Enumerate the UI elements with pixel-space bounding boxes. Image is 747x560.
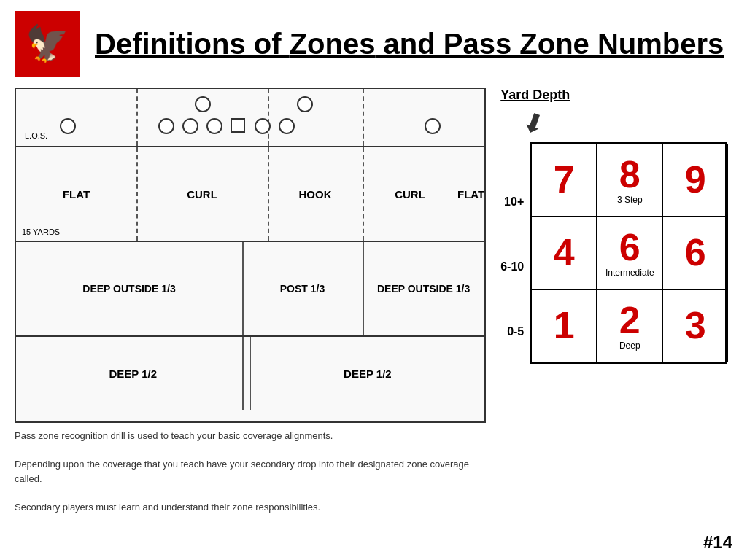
- zone-curl-right: CURL: [363, 147, 457, 241]
- zone-deep-half-right: DEEP 1/2: [251, 337, 485, 410]
- eagle-icon: 🦅: [26, 26, 69, 61]
- zone-post: POST 1/3: [242, 242, 363, 335]
- field-section: L.O.S.: [15, 88, 486, 553]
- player: [158, 118, 174, 137]
- los-label: L.O.S.: [25, 131, 47, 140]
- yard-label-10plus: 10+: [500, 170, 524, 235]
- player: [182, 118, 198, 137]
- middle-zone: FLAT CURL HOOK CURL FLAT 15 YARDS: [16, 147, 484, 242]
- down-arrow-icon: ⬇: [518, 106, 549, 142]
- page-title: Definitions of Zones and Pass Zone Numbe…: [95, 28, 724, 61]
- zone-cell-2-deep: 2 Deep: [597, 289, 662, 362]
- player: [60, 118, 76, 137]
- zone-curl-left: CURL: [136, 147, 268, 241]
- player: [297, 96, 313, 115]
- zone-table-wrapper: 10+ 6-10 0-5 7 8 3 Step 9: [500, 142, 732, 364]
- player: [425, 118, 441, 137]
- zone-deep-half-left: DEEP 1/2: [16, 337, 251, 410]
- zone-deep-outside-right: DEEP OUTSIDE 1/3: [363, 242, 484, 335]
- yard-label-6-10: 6-10: [500, 235, 524, 300]
- zone-cell-7: 7: [531, 144, 597, 217]
- yards-label: 15 YARDS: [22, 228, 60, 236]
- notes: Pass zone recognition drill is used to t…: [15, 429, 486, 514]
- zone-flat-right: FLAT: [457, 147, 484, 241]
- zone-deep-outside-left: DEEP OUTSIDE 1/3: [16, 242, 242, 335]
- zone-cell-3: 3: [662, 289, 728, 362]
- player: [206, 118, 222, 137]
- yard-depth-label: Yard Depth: [500, 88, 732, 103]
- zone-cell-8: 8 3 Step: [597, 144, 662, 217]
- bottom-zone: DEEP 1/2 DEEP 1/2: [16, 337, 484, 410]
- los-row: L.O.S.: [16, 89, 484, 147]
- zone-cell-6-right: 6: [662, 217, 728, 289]
- player-square: [231, 118, 245, 136]
- player: [195, 96, 211, 115]
- player: [255, 118, 271, 137]
- yard-labels: 10+ 6-10 0-5: [500, 142, 524, 364]
- deep-zone: DEEP OUTSIDE 1/3 POST 1/3 DEEP OUTSIDE 1…: [16, 242, 484, 337]
- zone-flat-left: FLAT: [16, 147, 136, 241]
- page-number: #14: [703, 532, 732, 553]
- zone-cell-9: 9: [662, 144, 728, 217]
- logo-box: 🦅: [15, 11, 80, 77]
- zone-hook: HOOK: [268, 147, 363, 241]
- zone-table: 7 8 3 Step 9 4 6 Intermedi: [530, 142, 727, 364]
- player: [279, 118, 295, 137]
- yard-label-0-5: 0-5: [500, 299, 524, 364]
- arrow-row: ⬇: [500, 109, 732, 139]
- zone-grid-section: Yard Depth ⬇ 10+ 6-10 0-5 7 8 3 Ste: [500, 88, 732, 553]
- zone-cell-6-intermediate: 6 Intermediate: [597, 217, 662, 289]
- zone-cell-1: 1: [531, 289, 597, 362]
- zone-cell-4: 4: [531, 217, 597, 289]
- field-diagram: L.O.S.: [15, 88, 486, 423]
